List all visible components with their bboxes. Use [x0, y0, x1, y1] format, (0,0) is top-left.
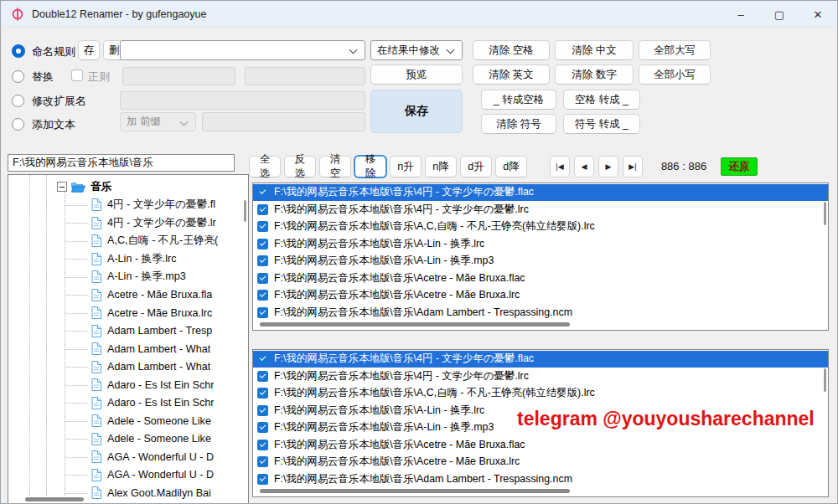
- toolbar-button[interactable]: d降: [495, 156, 527, 177]
- clear-english-button[interactable]: 清除 英文: [473, 64, 550, 85]
- file-row[interactable]: F:\我的网易云音乐本地版\音乐\Acetre - Mãe Bruxa.flac: [253, 270, 828, 286]
- extension-field[interactable]: [120, 91, 365, 110]
- checkbox-checked-icon[interactable]: [257, 422, 268, 433]
- lowercase-button[interactable]: 全部小写: [639, 64, 711, 85]
- prev-page-button[interactable]: ◀: [574, 156, 594, 177]
- file-row[interactable]: F:\我的网易云音乐本地版\音乐\A,C,自嗨 - 不凡-王铮亮(韩立结婴版).…: [253, 219, 828, 235]
- tree-item[interactable]: 4円 - 文学少年の憂鬱.lr: [8, 214, 240, 233]
- underscore-to-space-button[interactable]: _ 转成空格: [481, 90, 556, 110]
- list1-horizontal-scrollbar[interactable]: [260, 322, 570, 327]
- file-row[interactable]: F:\我的网易云音乐本地版\音乐\A-Lin - 换季.mp3: [253, 253, 828, 270]
- checkbox-checked-icon[interactable]: [257, 290, 268, 301]
- tree-item[interactable]: AGA - Wonderful U - D: [8, 466, 240, 485]
- restore-button[interactable]: 还原: [721, 157, 758, 176]
- tree-item[interactable]: Adam Lambert - Tresp: [8, 322, 240, 341]
- tree-item[interactable]: A-Lin - 换季.lrc: [8, 250, 240, 269]
- save-rule-button[interactable]: 存: [78, 40, 100, 60]
- preview-button[interactable]: 预览: [370, 64, 463, 85]
- radio-change-extension[interactable]: [12, 95, 24, 107]
- checkbox-checked-icon[interactable]: [257, 440, 268, 450]
- tree-item[interactable]: Adaro - Es Ist Ein Schr: [8, 376, 240, 394]
- tree-horizontal-scrollbar[interactable]: [25, 497, 84, 501]
- clear-chinese-button[interactable]: 清除 中文: [555, 40, 634, 60]
- tree-item[interactable]: Adaro - Es Ist Ein Schr: [8, 394, 240, 413]
- checkbox-checked-icon[interactable]: [257, 388, 268, 399]
- folder-path-input[interactable]: F:\我的网易云音乐本地版\音乐: [8, 154, 235, 172]
- checkbox-checked-icon[interactable]: [257, 273, 268, 284]
- checkbox-checked-icon[interactable]: [257, 204, 268, 215]
- uppercase-button[interactable]: 全部大写: [639, 40, 711, 60]
- scope-combo[interactable]: 在结果中修改: [370, 40, 463, 60]
- list2-vertical-scrollbar[interactable]: [824, 368, 826, 392]
- collapse-icon[interactable]: [57, 182, 67, 192]
- checkbox-checked-icon[interactable]: [257, 187, 268, 198]
- next-page-button[interactable]: ▶: [598, 156, 618, 177]
- clear-digits-button[interactable]: 清除 数字: [555, 64, 634, 85]
- checkbox-checked-icon[interactable]: [257, 456, 268, 467]
- rule-combo[interactable]: [120, 40, 365, 60]
- close-button[interactable]: ✕: [799, 1, 837, 28]
- file-row[interactable]: F:\我的网易云音乐本地版\音乐\4円 - 文学少年の憂鬱.lrc: [253, 201, 828, 218]
- space-to-underscore-button[interactable]: 空格 转成 _: [563, 90, 640, 110]
- radio-replace[interactable]: [12, 70, 24, 83]
- file-row[interactable]: F:\我的网易云音乐本地版\音乐\4円 - 文学少年の憂鬱.lrc: [253, 368, 828, 384]
- tree-root-node[interactable]: 音乐: [8, 177, 240, 196]
- toolbar-button[interactable]: 全选: [249, 156, 281, 177]
- checkbox-checked-icon[interactable]: [257, 371, 268, 382]
- radio-add-text[interactable]: [12, 118, 24, 131]
- list1-vertical-scrollbar[interactable]: [824, 202, 826, 225]
- checkbox-checked-icon[interactable]: [257, 239, 268, 249]
- tree-item[interactable]: Adele - Someone Like: [8, 412, 240, 430]
- tree-item-label: Adam Lambert - Tresp: [107, 325, 212, 337]
- first-page-button[interactable]: |◀: [550, 156, 570, 177]
- tree-item[interactable]: Adam Lambert - What: [8, 340, 240, 358]
- file-row[interactable]: F:\我的网易云音乐本地版\音乐\Adam Lambert - Trespass…: [253, 471, 828, 487]
- toolbar-button[interactable]: d升: [460, 156, 492, 177]
- tree-item[interactable]: A-Lin - 换季.mp3: [8, 268, 240, 286]
- tree-item[interactable]: Adele - Someone Like: [8, 430, 240, 449]
- replace-from-field[interactable]: [122, 67, 235, 85]
- maximize-button[interactable]: ▢: [760, 1, 799, 28]
- file-row[interactable]: F:\我的网易云音乐本地版\音乐\A-Lin - 换季.lrc: [253, 235, 828, 252]
- app-window: Double12 Renamer - by gufengaoyue – ▢ ✕ …: [0, 0, 838, 504]
- checkbox-checked-icon[interactable]: [257, 221, 268, 232]
- file-row[interactable]: F:\我的网易云音乐本地版\音乐\A,C,自嗨 - 不凡-王铮亮(韩立结婴版).…: [253, 385, 828, 402]
- regex-checkbox[interactable]: [71, 69, 83, 81]
- save-button[interactable]: 保存: [370, 90, 463, 133]
- file-path: F:\我的网易云音乐本地版\音乐\Adam Lambert - Trespass…: [274, 306, 572, 320]
- minimize-button[interactable]: –: [722, 1, 760, 28]
- toolbar-button[interactable]: 清空: [319, 156, 351, 177]
- tree-item[interactable]: Acetre - Mãe Bruxa.lrc: [8, 304, 240, 322]
- symbol-to-underscore-button[interactable]: 符号 转成 _: [563, 114, 640, 134]
- tree-item[interactable]: Adam Lambert - What: [8, 358, 240, 377]
- prefix-mode-combo[interactable]: 加 前缀: [120, 112, 196, 131]
- checkbox-checked-icon[interactable]: [257, 353, 268, 364]
- tree-item[interactable]: Acetre - Mãe Bruxa.fla: [8, 286, 240, 305]
- checkbox-checked-icon[interactable]: [257, 405, 268, 416]
- add-text-field[interactable]: [202, 112, 365, 131]
- tree-item[interactable]: A,C,自嗨 - 不凡-王铮亮(: [8, 232, 240, 250]
- checkbox-checked-icon[interactable]: [257, 474, 268, 485]
- file-row[interactable]: F:\我的网易云音乐本地版\音乐\4円 - 文学少年の憂鬱.flac: [253, 184, 828, 201]
- toolbar-button[interactable]: 移除: [354, 156, 386, 177]
- toolbar-button[interactable]: n降: [425, 156, 457, 177]
- file-row[interactable]: F:\我的网易云音乐本地版\音乐\4円 - 文学少年の憂鬱.flac: [253, 351, 828, 368]
- file-row[interactable]: F:\我的网易云音乐本地版\音乐\Acetre - Mãe Bruxa.lrc: [253, 287, 828, 304]
- tree-item[interactable]: 4円 - 文学少年の憂鬱.fl: [8, 196, 240, 214]
- checkbox-checked-icon[interactable]: [257, 307, 268, 318]
- clear-space-button[interactable]: 清除 空格: [473, 40, 550, 60]
- toolbar-button[interactable]: 反选: [284, 156, 316, 177]
- tree-item-label: A,C,自嗨 - 不凡-王铮亮(: [107, 234, 218, 248]
- checkbox-checked-icon[interactable]: [257, 255, 268, 266]
- list2-horizontal-scrollbar[interactable]: [260, 489, 570, 493]
- file-row[interactable]: F:\我的网易云音乐本地版\音乐\Acetre - Mãe Bruxa.flac: [253, 436, 828, 453]
- radio-naming-rule[interactable]: [12, 44, 25, 58]
- file-row[interactable]: F:\我的网易云音乐本地版\音乐\Acetre - Mãe Bruxa.lrc: [253, 454, 828, 471]
- last-page-button[interactable]: ▶|: [623, 156, 643, 177]
- file-row[interactable]: F:\我的网易云音乐本地版\音乐\Adam Lambert - Trespass…: [253, 304, 828, 321]
- toolbar-button[interactable]: n升: [390, 156, 422, 177]
- clear-symbols-button[interactable]: 清除 符号: [481, 114, 556, 134]
- replace-to-field[interactable]: [245, 67, 365, 85]
- tree-vertical-scrollbar[interactable]: [244, 200, 246, 222]
- tree-item[interactable]: AGA - Wonderful U - D: [8, 448, 240, 466]
